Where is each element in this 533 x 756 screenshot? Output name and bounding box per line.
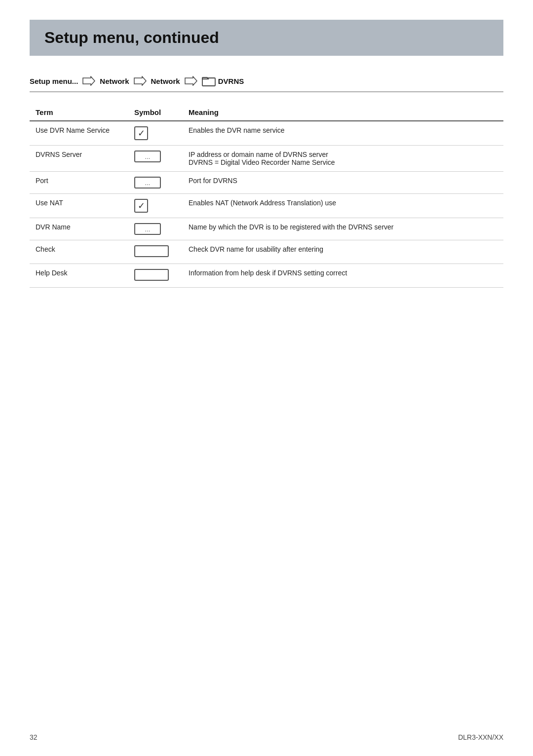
- col-header-symbol: Symbol: [128, 104, 183, 121]
- cell-term: Check: [30, 240, 128, 264]
- cell-symbol: ...: [128, 218, 183, 240]
- svg-marker-1: [134, 76, 146, 85]
- breadcrumb-network-2: Network: [151, 77, 180, 85]
- input-dots-symbol: ...: [134, 177, 161, 189]
- cell-term: Use NAT: [30, 194, 128, 218]
- cell-symbol: ...: [128, 146, 183, 172]
- breadcrumb: Setup menu... Network Network DVRNS: [30, 71, 503, 92]
- table-row: DVR Name...Name by which the DVR is to b…: [30, 218, 503, 240]
- cell-meaning: Check DVR name for usability after enter…: [183, 240, 503, 264]
- page-title-bar: Setup menu, continued: [30, 20, 503, 56]
- button-symbol: [134, 245, 169, 257]
- cell-meaning: Enables the DVR name service: [183, 121, 503, 146]
- arrow-icon-3: [184, 76, 198, 86]
- col-header-term: Term: [30, 104, 128, 121]
- breadcrumb-setup-menu: Setup menu...: [30, 77, 78, 85]
- cell-meaning: IP address or domain name of DVRNS serve…: [183, 146, 503, 172]
- svg-marker-0: [83, 76, 95, 85]
- page-container: Setup menu, continued Setup menu... Netw…: [0, 0, 533, 756]
- breadcrumb-dvrns: DVRNS: [202, 76, 244, 86]
- footer-page-number: 32: [30, 733, 38, 741]
- cell-term: Help Desk: [30, 264, 128, 288]
- footer-model: DLR3-XXN/XX: [458, 733, 503, 741]
- checkbox-symbol: ✓: [134, 126, 148, 140]
- svg-marker-2: [185, 76, 197, 85]
- breadcrumb-dvrns-label: DVRNS: [218, 77, 244, 85]
- cell-symbol: [128, 264, 183, 288]
- folder-icon: [202, 76, 216, 86]
- cell-meaning: Enables NAT (Network Address Translation…: [183, 194, 503, 218]
- table-row: Port...Port for DVRNS: [30, 172, 503, 194]
- cell-term: Use DVR Name Service: [30, 121, 128, 146]
- cell-symbol: [128, 240, 183, 264]
- breadcrumb-network-1: Network: [100, 77, 129, 85]
- content-table: Term Symbol Meaning Use DVR Name Service…: [30, 104, 503, 288]
- arrow-icon-1: [82, 76, 96, 86]
- cell-meaning: Information from help desk if DVRNS sett…: [183, 264, 503, 288]
- cell-term: DVR Name: [30, 218, 128, 240]
- cell-meaning: Name by which the DVR is to be registere…: [183, 218, 503, 240]
- table-header-row: Term Symbol Meaning: [30, 104, 503, 121]
- table-row: Use DVR Name Service✓Enables the DVR nam…: [30, 121, 503, 146]
- table-row: Help DeskInformation from help desk if D…: [30, 264, 503, 288]
- table-row: CheckCheck DVR name for usability after …: [30, 240, 503, 264]
- arrow-icon-2: [133, 76, 147, 86]
- cell-symbol: ...: [128, 172, 183, 194]
- button-symbol: [134, 269, 169, 281]
- page-footer: 32 DLR3-XXN/XX: [30, 733, 503, 741]
- cell-meaning: Port for DVRNS: [183, 172, 503, 194]
- cell-symbol: ✓: [128, 121, 183, 146]
- cell-symbol: ✓: [128, 194, 183, 218]
- table-row: Use NAT✓Enables NAT (Network Address Tra…: [30, 194, 503, 218]
- input-dots-symbol: ...: [134, 151, 161, 162]
- cell-term: DVRNS Server: [30, 146, 128, 172]
- checkbox-symbol: ✓: [134, 199, 148, 213]
- table-row: DVRNS Server...IP address or domain name…: [30, 146, 503, 172]
- page-title: Setup menu, continued: [44, 29, 489, 47]
- cell-term: Port: [30, 172, 128, 194]
- col-header-meaning: Meaning: [183, 104, 503, 121]
- input-dots-symbol: ...: [134, 223, 161, 235]
